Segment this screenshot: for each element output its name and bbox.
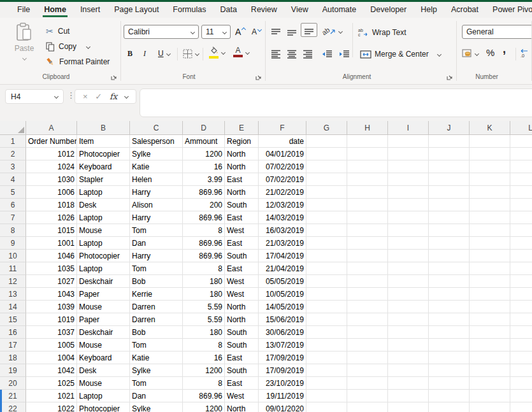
cell-D16[interactable]: 180 (183, 326, 225, 339)
increase-decimal-button[interactable]: .0 (520, 46, 532, 60)
cell-G14[interactable] (306, 301, 347, 313)
cell-F6[interactable]: 12/03/2019 (259, 199, 306, 211)
cell-E12[interactable]: West (225, 275, 259, 288)
tab-help[interactable]: Help (413, 3, 444, 17)
cell-J21[interactable] (429, 390, 470, 402)
col-header-I[interactable]: I (388, 121, 429, 135)
cell-L1[interactable] (510, 135, 532, 148)
cell-A6[interactable]: 1018 (26, 199, 77, 211)
cell-H12[interactable] (347, 275, 388, 288)
cell-E14[interactable]: North (225, 301, 259, 313)
cell-H2[interactable] (347, 148, 388, 160)
cell-D9[interactable]: 869.96 (183, 237, 225, 250)
cell-J11[interactable] (429, 262, 470, 275)
cell-D12[interactable]: 180 (183, 275, 225, 288)
tab-acrobat[interactable]: Acrobat (444, 3, 485, 17)
cell-G9[interactable] (306, 237, 347, 250)
cell-A5[interactable]: 1006 (26, 186, 77, 199)
cell-L11[interactable] (510, 262, 532, 275)
cell-J5[interactable] (429, 186, 470, 199)
cell-E20[interactable]: East (225, 377, 259, 390)
cell-E18[interactable]: East (225, 352, 259, 364)
alignment-dialog-launcher[interactable] (447, 74, 453, 80)
cell-C18[interactable]: Katie (130, 352, 183, 364)
cell-I13[interactable] (388, 288, 429, 301)
cell-C20[interactable]: Tom (130, 377, 183, 390)
cell-H4[interactable] (347, 173, 388, 186)
cell-A3[interactable]: 1024 (26, 160, 77, 173)
row-header-9[interactable]: 9 (0, 237, 26, 250)
cell-K5[interactable] (470, 186, 510, 199)
col-header-A[interactable]: A (26, 121, 77, 135)
cell-J17[interactable] (429, 339, 470, 352)
underline-button[interactable]: U (158, 46, 170, 60)
cell-C11[interactable]: Tom (130, 262, 183, 275)
cell-G12[interactable] (306, 275, 347, 288)
row-header-13[interactable]: 13 (0, 288, 26, 301)
cell-K13[interactable] (470, 288, 510, 301)
cell-J4[interactable] (429, 173, 470, 186)
cell-G13[interactable] (306, 288, 347, 301)
cell-G1[interactable] (306, 135, 347, 148)
cell-F4[interactable]: 07/02/2019 (259, 173, 306, 186)
tab-insert[interactable]: Insert (73, 3, 107, 17)
cell-L10[interactable] (510, 250, 532, 262)
cell-D14[interactable]: 5.59 (183, 301, 225, 313)
cell-I21[interactable] (388, 390, 429, 402)
col-header-J[interactable]: J (429, 121, 470, 135)
cell-E10[interactable]: South (225, 250, 259, 262)
cell-C4[interactable]: Helen (130, 173, 183, 186)
cell-J16[interactable] (429, 326, 470, 339)
cell-D6[interactable]: 200 (183, 199, 225, 211)
row-header-5[interactable]: 5 (0, 186, 26, 199)
cell-K17[interactable] (470, 339, 510, 352)
row-header-8[interactable]: 8 (0, 224, 26, 237)
cell-E11[interactable]: East (225, 262, 259, 275)
paste-button[interactable]: Paste (6, 22, 42, 81)
cell-E17[interactable]: South (225, 339, 259, 352)
cell-K10[interactable] (470, 250, 510, 262)
cell-J14[interactable] (429, 301, 470, 313)
cell-L15[interactable] (510, 313, 532, 326)
cell-H20[interactable] (347, 377, 388, 390)
cell-H14[interactable] (347, 301, 388, 313)
cell-A20[interactable]: 1025 (26, 377, 77, 390)
decrease-indent-button[interactable] (322, 47, 333, 61)
cell-B6[interactable]: Desk (77, 199, 130, 211)
cell-B21[interactable]: Laptop (77, 390, 130, 402)
select-all-corner[interactable] (0, 121, 26, 135)
tab-review[interactable]: Review (244, 3, 284, 17)
col-header-F[interactable]: F (259, 121, 306, 135)
cell-F16[interactable]: 30/06/2019 (259, 326, 306, 339)
name-box[interactable]: H4 (5, 89, 64, 104)
cell-L5[interactable] (510, 186, 532, 199)
cell-G17[interactable] (306, 339, 347, 352)
cell-I20[interactable] (388, 377, 429, 390)
cell-J2[interactable] (429, 148, 470, 160)
cell-K9[interactable] (470, 237, 510, 250)
grow-font-button[interactable]: A (235, 25, 245, 39)
cell-H6[interactable] (347, 199, 388, 211)
cell-B22[interactable]: Photocopier (77, 402, 130, 412)
cell-B5[interactable]: Laptop (77, 186, 130, 199)
cell-J18[interactable] (429, 352, 470, 364)
col-header-C[interactable]: C (130, 121, 183, 135)
cell-E3[interactable]: North (225, 160, 259, 173)
row-header-18[interactable]: 18 (0, 352, 26, 364)
cell-K11[interactable] (470, 262, 510, 275)
cell-H13[interactable] (347, 288, 388, 301)
enter-icon[interactable]: ✓ (95, 92, 102, 101)
tab-data[interactable]: Data (213, 3, 243, 17)
cell-L2[interactable] (510, 148, 532, 160)
cell-A21[interactable]: 1021 (26, 390, 77, 402)
cell-D11[interactable]: 8 (183, 262, 225, 275)
cell-I1[interactable] (388, 135, 429, 148)
cell-D21[interactable]: 869.96 (183, 390, 225, 402)
cell-I7[interactable] (388, 211, 429, 224)
cell-B7[interactable]: Laptop (77, 211, 130, 224)
cell-E2[interactable]: North (225, 148, 259, 160)
cell-E15[interactable]: North (225, 313, 259, 326)
cell-L7[interactable] (510, 211, 532, 224)
cell-K15[interactable] (470, 313, 510, 326)
cell-D7[interactable]: 869.96 (183, 211, 225, 224)
